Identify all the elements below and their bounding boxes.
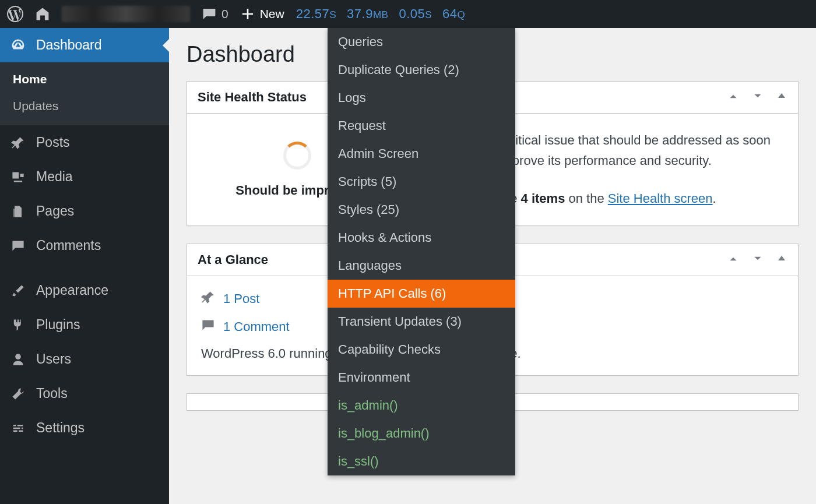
qm-item-2[interactable]: Logs	[328, 84, 515, 112]
pages-icon	[10, 205, 26, 218]
sidebar-item-media[interactable]: Media	[0, 160, 169, 194]
sitehealth-items-count: 4 items	[521, 191, 565, 206]
sitehealth-heading: Site Health Status	[198, 90, 307, 105]
qm-dropdown: QueriesDuplicate Queries (2)LogsRequestA…	[328, 28, 515, 475]
stat-mem: 37.9MB	[347, 6, 388, 22]
sidebar-item-label: Pages	[36, 203, 74, 219]
stat-time: 22.57S	[296, 6, 336, 22]
posts-link[interactable]: 1 Post	[223, 291, 259, 306]
stat-queries: 64Q	[442, 6, 465, 22]
adminbar: 0 New 22.57S 37.9MB 0.05S 64Q	[0, 0, 816, 28]
comments-count: 0	[221, 7, 228, 21]
qm-item-6[interactable]: Styles (25)	[328, 196, 515, 224]
qm-item-10[interactable]: Transient Updates (3)	[328, 308, 515, 336]
pin-icon	[201, 290, 215, 308]
new-content[interactable]: New	[240, 6, 284, 22]
sidebar-item-posts[interactable]: Posts	[0, 125, 169, 160]
qm-item-7[interactable]: Hooks & Actions	[328, 224, 515, 252]
sidebar-item-label: Settings	[36, 420, 85, 436]
media-icon	[10, 170, 26, 184]
sidebar-item-settings[interactable]: Settings	[0, 411, 169, 445]
comment-icon	[10, 239, 26, 253]
qm-item-3[interactable]: Request	[328, 112, 515, 140]
atglance-comments[interactable]: 1 Comment	[201, 318, 290, 336]
sidebar-item-label: Users	[36, 351, 71, 367]
wp-logo[interactable]	[7, 6, 23, 22]
brush-icon	[10, 284, 26, 298]
sidebar-item-pages[interactable]: Pages	[0, 194, 169, 228]
plug-icon	[10, 318, 26, 332]
qm-item-5[interactable]: Scripts (5)	[328, 168, 515, 196]
move-down-icon[interactable]	[751, 90, 764, 105]
sidebar-item-label: Plugins	[36, 317, 80, 333]
sidebar-item-users[interactable]: Users	[0, 342, 169, 376]
qm-item-4[interactable]: Admin Screen	[328, 140, 515, 168]
sidebar-item-label: Posts	[36, 135, 70, 150]
atglance-posts[interactable]: 1 Post	[201, 290, 259, 308]
move-down-icon[interactable]	[751, 252, 764, 267]
sidebar-item-dashboard[interactable]: Dashboard	[0, 28, 169, 62]
qm-item-9[interactable]: HTTP API Calls (6)	[328, 280, 515, 308]
comment-icon	[201, 318, 215, 336]
move-up-icon[interactable]	[727, 90, 740, 105]
move-up-icon[interactable]	[727, 252, 740, 267]
toggle-icon[interactable]	[776, 90, 787, 105]
submenu-updates[interactable]: Updates	[0, 93, 169, 119]
gauge-icon	[10, 38, 26, 53]
admin-sidebar: Dashboard Home Updates Posts Media Pages…	[0, 28, 169, 504]
sidebar-item-label: Media	[36, 169, 73, 185]
home-icon[interactable]	[35, 6, 50, 22]
sidebar-item-label: Dashboard	[36, 37, 102, 53]
site-name[interactable]	[62, 6, 190, 22]
qm-item-0[interactable]: Queries	[328, 28, 515, 56]
pin-icon	[10, 136, 26, 150]
submenu-home[interactable]: Home	[0, 66, 169, 93]
stat-dbtime: 0.05S	[399, 6, 432, 22]
qm-item-13[interactable]: is_admin()	[328, 392, 515, 420]
wrench-icon	[10, 387, 26, 401]
dashboard-submenu: Home Updates	[0, 62, 169, 125]
comments-bubble[interactable]: 0	[202, 6, 228, 22]
sidebar-item-label: Appearance	[36, 283, 108, 298]
sidebar-item-plugins[interactable]: Plugins	[0, 308, 169, 342]
sidebar-item-label: Tools	[36, 386, 68, 401]
atglance-heading: At a Glance	[198, 252, 268, 267]
qm-item-8[interactable]: Languages	[328, 252, 515, 280]
sliders-icon	[10, 421, 26, 435]
qm-item-11[interactable]: Capability Checks	[328, 336, 515, 364]
sitehealth-progress-ring	[283, 142, 311, 170]
qm-item-1[interactable]: Duplicate Queries (2)	[328, 56, 515, 84]
svg-point-0	[15, 354, 21, 360]
sidebar-item-label: Comments	[36, 238, 101, 253]
toggle-icon[interactable]	[776, 252, 787, 267]
qm-item-12[interactable]: Environment	[328, 364, 515, 392]
sidebar-item-appearance[interactable]: Appearance	[0, 273, 169, 308]
sidebar-item-tools[interactable]: Tools	[0, 376, 169, 411]
new-label: New	[260, 7, 284, 21]
user-icon	[10, 353, 26, 366]
sidebar-item-comments[interactable]: Comments	[0, 228, 169, 263]
qm-stats[interactable]: 22.57S 37.9MB 0.05S 64Q	[296, 6, 466, 22]
comments-link[interactable]: 1 Comment	[223, 319, 290, 334]
sitehealth-link[interactable]: Site Health screen	[608, 191, 713, 206]
qm-item-15[interactable]: is_ssl()	[328, 447, 515, 475]
qm-item-14[interactable]: is_blog_admin()	[328, 420, 515, 447]
